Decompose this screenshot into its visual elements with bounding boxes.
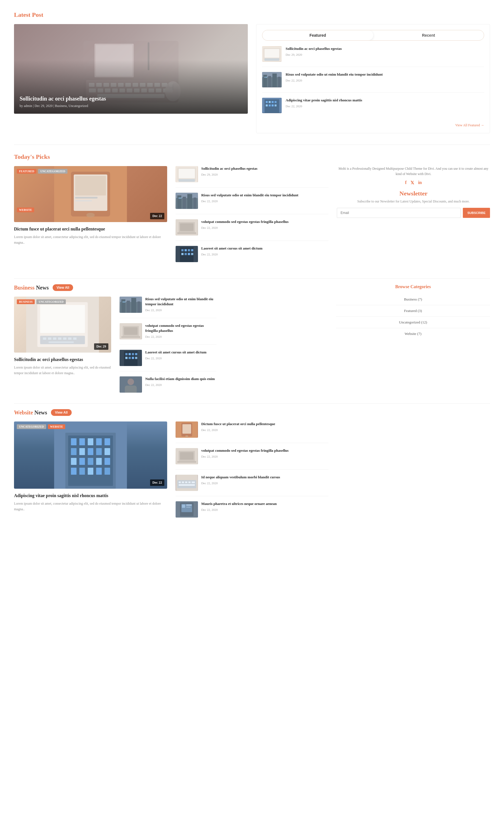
small-thumb <box>175 219 198 236</box>
sidebar-post-item[interactable]: Risus sed vulputate odio ut enim blandit… <box>262 72 484 93</box>
small-article-item[interactable]: Id neque aliquam vestibulum morbi blandi… <box>175 475 329 496</box>
small-article-info: Mauris pharetra et ultrices neque ornare… <box>201 501 277 512</box>
svg-rect-105 <box>124 301 125 302</box>
small-article-item[interactable]: Sollicitudin ac orci phasellus egestas D… <box>175 166 329 188</box>
svg-rect-33 <box>265 49 280 58</box>
social-icons-group: f 𝕏 in <box>337 180 490 185</box>
business-main-article[interactable]: BUSINESS UNCATEGORIZED <box>14 297 111 398</box>
sidebar-post-item[interactable]: Adipiscing vitae proin sagittis nisl rho… <box>262 98 484 118</box>
website-main-article[interactable]: UNCATEGORIZED WEBSITE <box>14 422 167 523</box>
small-article-info: Nulla facilisi etiam dignissim diam quis… <box>145 376 215 387</box>
svg-rect-156 <box>179 481 181 483</box>
svg-rect-122 <box>124 386 137 393</box>
svg-rect-134 <box>96 448 102 455</box>
sidebar-post-date: Dec 29, 2020 <box>286 53 302 56</box>
svg-rect-82 <box>181 253 184 255</box>
svg-rect-70 <box>179 197 180 199</box>
svg-rect-108 <box>124 327 137 335</box>
svg-rect-131 <box>71 448 77 455</box>
small-article-item[interactable]: volutpat commodo sed egestas egestas fri… <box>119 323 217 345</box>
small-article-item[interactable]: Dictum fusce ut placerat orci nulla pell… <box>175 422 329 443</box>
website-article-title: Adipiscing vitae proin sagittis nisl rho… <box>14 493 167 499</box>
hero-article-meta: by admin | Dec 29, 2020 | Business, Unca… <box>19 104 242 108</box>
svg-rect-67 <box>183 197 186 209</box>
category-item[interactable]: Business (7) <box>336 294 490 305</box>
small-article-item[interactable]: Risus sed vulputate odio ut enim blandit… <box>175 193 329 214</box>
small-article-item[interactable]: Nulla facilisi etiam dignissim diam quis… <box>119 376 217 398</box>
hero-article-title: Sollicitudin ac orci phasellus egestas <box>19 95 242 102</box>
svg-rect-62 <box>179 169 195 179</box>
business-news-section: Business News View All BUSINESS UNCATEGO… <box>14 284 322 398</box>
category-item[interactable]: Featured (3) <box>336 305 490 317</box>
svg-rect-100 <box>121 299 125 313</box>
website-small-articles: Dictum fusce ut placerat orci nulla pell… <box>175 422 329 523</box>
svg-rect-69 <box>194 197 196 209</box>
svg-rect-165 <box>182 505 185 508</box>
category-item[interactable]: Website (7) <box>336 328 490 339</box>
svg-rect-48 <box>275 101 276 103</box>
business-view-all-button[interactable]: View All <box>53 284 73 291</box>
small-article-title: Id neque aliquam vestibulum morbi blandi… <box>201 475 280 480</box>
svg-rect-166 <box>186 505 192 506</box>
sidebar-posts-list: Sollicitudin ac orci phasellus egestas D… <box>262 46 484 118</box>
svg-rect-148 <box>182 424 191 434</box>
svg-rect-90 <box>43 337 46 340</box>
todays-picks-section: Today's Picks FEATURED UNCATEGORIZED WEB… <box>14 150 490 267</box>
small-article-item[interactable]: Mauris pharetra et ultrices neque ornare… <box>175 501 329 523</box>
business-news-layout: Business News View All BUSINESS UNCATEGO… <box>14 284 490 398</box>
svg-rect-34 <box>265 58 280 61</box>
svg-rect-78 <box>181 249 184 251</box>
small-article-item[interactable]: volutpat commodo sed egestas egestas fri… <box>175 219 329 241</box>
business-news-header: Business News View All <box>14 284 322 291</box>
category-name: Featured (3) <box>404 309 422 313</box>
picks-main-article[interactable]: FEATURED UNCATEGORIZED WEBSITE <box>14 166 167 267</box>
tab-recent[interactable]: Recent <box>373 30 484 40</box>
tab-featured[interactable]: Featured <box>262 30 373 40</box>
newsletter-email-input[interactable] <box>337 208 461 218</box>
facebook-icon[interactable]: f <box>405 180 407 185</box>
badge-uncategorized: UNCATEGORIZED <box>38 169 67 174</box>
svg-rect-137 <box>79 458 85 465</box>
small-article-title: Risus sed vulputate odio ut enim blandit… <box>201 193 299 198</box>
website-view-all-button[interactable]: View All <box>51 409 71 416</box>
small-thumb <box>175 166 198 182</box>
category-item[interactable]: Uncategorized (12) <box>336 317 490 328</box>
svg-rect-3 <box>96 83 102 87</box>
small-article-item[interactable]: Laoreet sit amet cursus sit amet dictum … <box>119 350 217 371</box>
sidebar-post-info: Sollicitudin ac orci phasellus egestas D… <box>286 46 342 57</box>
sidebar-post-item[interactable]: Sollicitudin ac orci phasellus egestas D… <box>262 46 484 67</box>
article-date-badge: Dec 22 <box>150 213 164 219</box>
small-thumb <box>175 193 198 209</box>
newsletter-subscribe-button[interactable]: SUBSCRIBE <box>463 208 490 218</box>
linkedin-icon[interactable]: in <box>418 180 422 185</box>
svg-rect-96 <box>73 337 77 340</box>
svg-rect-160 <box>192 481 195 483</box>
svg-rect-51 <box>271 104 273 106</box>
svg-rect-126 <box>71 438 77 445</box>
svg-point-121 <box>128 379 134 385</box>
svg-rect-12 <box>162 83 167 87</box>
small-article-date: Dec 22, 2020 <box>201 481 218 485</box>
svg-rect-66 <box>177 195 182 209</box>
view-all-featured-link[interactable]: View All Featured → <box>262 123 484 128</box>
svg-rect-38 <box>268 76 271 87</box>
svg-rect-40 <box>278 77 281 87</box>
small-article-date: Dec 22, 2020 <box>201 455 218 458</box>
featured-hero-image[interactable]: Sollicitudin ac orci phasellus egestas b… <box>14 24 248 114</box>
small-thumb <box>175 422 198 438</box>
svg-rect-135 <box>104 448 110 455</box>
svg-rect-91 <box>48 337 51 340</box>
small-article-item[interactable]: Laoreet sit amet cursus sit amet dictum … <box>175 246 329 267</box>
svg-rect-85 <box>191 253 193 255</box>
business-news-title: Business News <box>14 285 49 291</box>
twitter-icon[interactable]: 𝕏 <box>410 180 414 185</box>
svg-rect-133 <box>88 448 93 455</box>
sidebar-post-date: Dec 22, 2020 <box>286 104 302 108</box>
small-thumb <box>175 246 198 262</box>
small-article-item[interactable]: Risus sed vulputate odio ut enim blandit… <box>119 297 217 318</box>
svg-rect-88 <box>40 305 85 333</box>
small-article-item[interactable]: volutpat commodo sed egestas egestas fri… <box>175 448 329 470</box>
small-article-info: Risus sed vulputate odio ut enim blandit… <box>145 297 217 312</box>
small-article-info: volutpat commodo sed egestas egestas fri… <box>201 448 289 459</box>
todays-picks-title: Today's Picks <box>14 153 490 160</box>
